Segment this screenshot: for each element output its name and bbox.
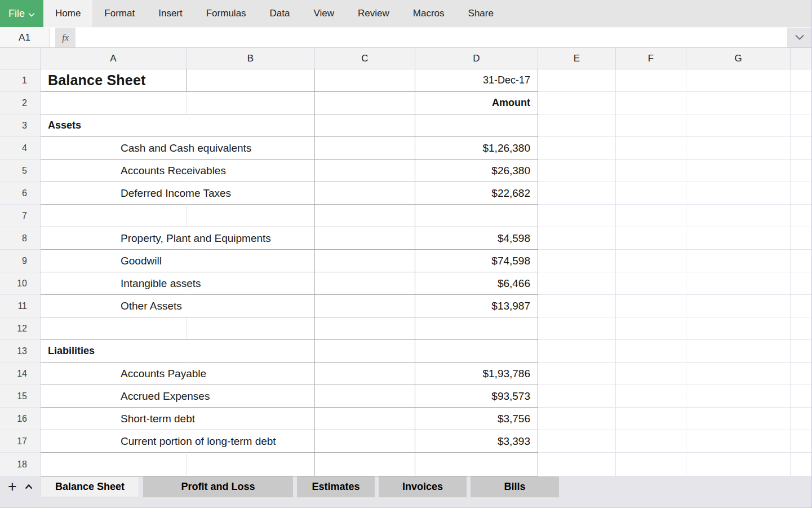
row-header-13[interactable]: 13 xyxy=(0,340,41,363)
cell-A5[interactable]: Accounts Receivables xyxy=(41,160,187,182)
row-header-4[interactable]: 4 xyxy=(0,137,41,160)
row-header-18[interactable]: 18 xyxy=(0,453,41,476)
cell-D3[interactable] xyxy=(415,114,538,137)
row-header-6[interactable]: 6 xyxy=(0,182,41,205)
sheet-tab-balance-sheet[interactable]: Balance Sheet xyxy=(41,476,139,497)
cell-B1[interactable] xyxy=(187,69,315,92)
cell-F6[interactable] xyxy=(616,182,686,205)
cell-F3[interactable] xyxy=(616,114,686,137)
cell-H8[interactable] xyxy=(791,227,811,250)
cell-C3[interactable] xyxy=(315,114,415,137)
cell-H11[interactable] xyxy=(791,295,811,317)
row-header-11[interactable]: 11 xyxy=(0,295,41,317)
row-header-7[interactable]: 7 xyxy=(0,205,41,227)
cell-H9[interactable] xyxy=(791,250,811,272)
cell-F12[interactable] xyxy=(616,317,686,340)
cell-F1[interactable] xyxy=(616,69,686,92)
cell-B7[interactable] xyxy=(187,205,315,227)
cell-D10[interactable]: $6,466 xyxy=(415,272,538,295)
cell-B2[interactable] xyxy=(187,92,315,114)
column-header-E[interactable]: E xyxy=(538,48,616,69)
column-header-C[interactable]: C xyxy=(315,48,415,69)
cell-E13[interactable] xyxy=(538,340,616,363)
cell-B11[interactable] xyxy=(187,295,315,317)
cell-G12[interactable] xyxy=(686,317,791,340)
cell-G15[interactable] xyxy=(686,385,791,408)
cell-F18[interactable] xyxy=(616,453,686,476)
sheet-list-button[interactable] xyxy=(25,483,33,491)
cell-G9[interactable] xyxy=(686,250,791,272)
cell-E2[interactable] xyxy=(538,92,616,114)
sheet-tab-estimates[interactable]: Estimates xyxy=(297,476,375,497)
cell-G1[interactable] xyxy=(686,69,791,92)
cell-A14[interactable]: Accounts Payable xyxy=(41,363,187,385)
row-header-3[interactable]: 3 xyxy=(0,114,41,137)
cell-F13[interactable] xyxy=(616,340,686,363)
cell-H4[interactable] xyxy=(791,137,811,160)
cell-C11[interactable] xyxy=(315,295,415,317)
cell-C5[interactable] xyxy=(315,160,415,182)
menu-item-review[interactable]: Review xyxy=(346,0,401,27)
cell-E5[interactable] xyxy=(538,160,616,182)
cell-H14[interactable] xyxy=(791,363,811,385)
cell-G10[interactable] xyxy=(686,272,791,295)
cell-C1[interactable] xyxy=(315,69,415,92)
cell-A8[interactable]: Property, Plant and Equipments xyxy=(41,227,187,250)
cell-D12[interactable] xyxy=(415,317,538,340)
menu-item-home[interactable]: Home xyxy=(43,0,92,27)
cell-C8[interactable] xyxy=(315,227,415,250)
row-header-2[interactable]: 2 xyxy=(0,92,41,114)
cell-D1[interactable]: 31-Dec-17 xyxy=(415,69,538,92)
cell-E18[interactable] xyxy=(538,453,616,476)
row-header-16[interactable]: 16 xyxy=(0,408,41,430)
cell-A2[interactable] xyxy=(41,92,187,114)
cell-D8[interactable]: $4,598 xyxy=(415,227,538,250)
cell-D14[interactable]: $1,93,786 xyxy=(415,363,538,385)
cell-H5[interactable] xyxy=(791,160,811,182)
cell-E11[interactable] xyxy=(538,295,616,317)
row-header-12[interactable]: 12 xyxy=(0,317,41,340)
cell-F15[interactable] xyxy=(616,385,686,408)
cell-D11[interactable]: $13,987 xyxy=(415,295,538,317)
cell-B9[interactable] xyxy=(187,250,315,272)
cell-H18[interactable] xyxy=(791,453,811,476)
cell-G8[interactable] xyxy=(686,227,791,250)
cell-A13[interactable]: Liabilities xyxy=(41,340,187,363)
sheet-tab-invoices[interactable]: Invoices xyxy=(379,476,467,497)
cell-C12[interactable] xyxy=(315,317,415,340)
cell-E8[interactable] xyxy=(538,227,616,250)
cell-A4[interactable]: Cash and Cash equivalents xyxy=(41,137,187,160)
cell-A6[interactable]: Deferred Income Taxes xyxy=(41,182,187,205)
cell-G3[interactable] xyxy=(686,114,791,137)
cell-A10[interactable]: Intangible assets xyxy=(41,272,187,295)
cell-D13[interactable] xyxy=(415,340,538,363)
row-header-10[interactable]: 10 xyxy=(0,272,41,295)
cell-F14[interactable] xyxy=(616,363,686,385)
cell-F9[interactable] xyxy=(616,250,686,272)
cell-A16[interactable]: Short-term debt xyxy=(41,408,187,430)
cell-H6[interactable] xyxy=(791,182,811,205)
cell-C7[interactable] xyxy=(315,205,415,227)
cell-G13[interactable] xyxy=(686,340,791,363)
cell-C18[interactable] xyxy=(315,453,415,476)
cell-B10[interactable] xyxy=(187,272,315,295)
file-menu-button[interactable]: File xyxy=(0,0,43,27)
cell-E9[interactable] xyxy=(538,250,616,272)
cell-A7[interactable] xyxy=(41,205,187,227)
cell-D4[interactable]: $1,26,380 xyxy=(415,137,538,160)
cell-E15[interactable] xyxy=(538,385,616,408)
column-header-partial[interactable] xyxy=(791,48,811,69)
cell-C15[interactable] xyxy=(315,385,415,408)
formula-input[interactable] xyxy=(76,28,787,47)
cell-C9[interactable] xyxy=(315,250,415,272)
cell-E16[interactable] xyxy=(538,408,616,430)
cell-F7[interactable] xyxy=(616,205,686,227)
menu-item-insert[interactable]: Insert xyxy=(147,0,194,27)
row-header-15[interactable]: 15 xyxy=(0,385,41,408)
cell-C4[interactable] xyxy=(315,137,415,160)
cell-D7[interactable] xyxy=(415,205,538,227)
cell-C2[interactable] xyxy=(315,92,415,114)
column-header-G[interactable]: G xyxy=(686,48,791,69)
cell-F8[interactable] xyxy=(616,227,686,250)
cell-A3[interactable]: Assets xyxy=(41,114,187,137)
